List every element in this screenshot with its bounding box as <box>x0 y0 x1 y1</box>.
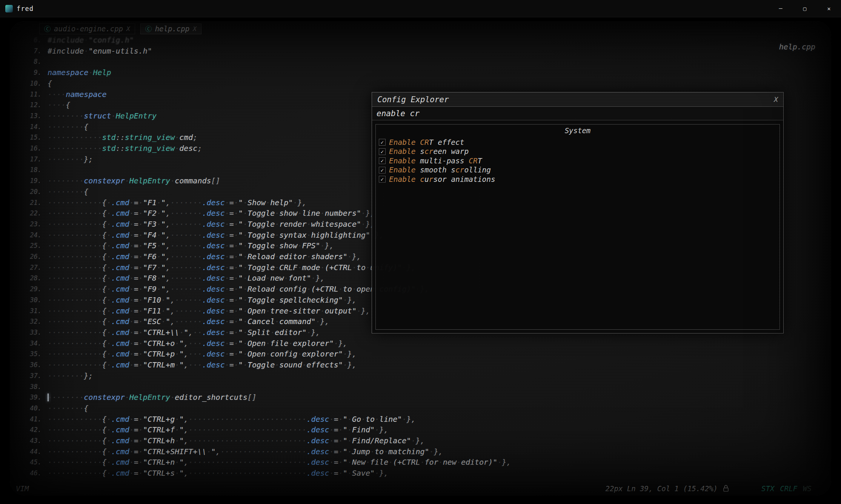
code-line-35[interactable]: 35.············{·.cmd·=·"CTRL+p·",···.de… <box>21 349 831 360</box>
code-line-10[interactable]: 10.{ <box>21 78 831 89</box>
code-line-42[interactable]: 42.············{·.cmd·=·"CTRL+f·",······… <box>21 424 831 435</box>
line-number: 38. <box>21 381 42 392</box>
filename-overlay: help.cpp <box>779 42 815 51</box>
line-number: 37. <box>21 370 42 381</box>
line-number: 44. <box>21 446 42 457</box>
checkbox-checked-icon[interactable]: ✓ <box>379 139 386 146</box>
tab-audio-engine.cpp[interactable]: Caudio-engine.cppX <box>39 23 135 34</box>
status-bar: VIM 22px Ln 39, Col 1 (15.42%) STXCRLFWS <box>10 482 831 493</box>
line-number: 30. <box>21 295 42 306</box>
config-item-label: Enable cursor animations <box>389 175 495 184</box>
config-item[interactable]: ✓Enable screen warp <box>376 147 780 157</box>
checkbox-checked-icon[interactable]: ✓ <box>379 148 386 155</box>
config-items: ✓Enable CRT effect✓Enable screen warp✓En… <box>376 138 780 184</box>
code-line-34[interactable]: 34.············{·.cmd·=·"CTRL+o·",···.de… <box>21 338 831 349</box>
config-item-label: Enable multi-pass CRT <box>389 157 482 165</box>
line-number: 7. <box>21 46 42 57</box>
status-flags: STXCRLFWS <box>761 484 812 493</box>
code-line-8[interactable]: 8. <box>21 56 831 67</box>
code-line-6[interactable]: 6.#include·"config.h" <box>21 35 831 46</box>
line-number: 8. <box>21 56 42 67</box>
config-item[interactable]: ✓Enable smooth scrolling <box>376 166 780 175</box>
status-flag-ws: WS <box>803 484 812 493</box>
line-number: 11. <box>21 89 42 100</box>
code-line-46[interactable]: 46.············{·.cmd·=·"CTRL+s·",······… <box>21 468 831 479</box>
app-icon <box>5 5 13 12</box>
code-line-44[interactable]: 44.············{·.cmd·=·"CTRL+SHIFT+\\·"… <box>21 446 831 457</box>
line-number: 25. <box>21 240 42 251</box>
crt-screen: Caudio-engine.cppXChelp.cppX help.cpp 6.… <box>10 21 831 496</box>
line-number: 29. <box>21 284 42 295</box>
line-number: 23. <box>21 219 42 230</box>
line-number: 22. <box>21 208 42 219</box>
config-item-label: Enable CRT effect <box>389 138 464 147</box>
line-number: 28. <box>21 273 42 284</box>
line-number: 41. <box>21 414 42 425</box>
tab-close-icon[interactable]: X <box>126 25 130 32</box>
code-line-43[interactable]: 43.············{·.cmd·=·"CTRL+h·",······… <box>21 435 831 446</box>
code-line-39[interactable]: 39.········constexpr·HelpEntry·editor_sh… <box>21 392 831 403</box>
code-line-40[interactable]: 40.········{ <box>21 403 831 414</box>
config-section-header: System <box>376 124 780 138</box>
minimize-button[interactable]: ─ <box>769 0 793 17</box>
code-line-36[interactable]: 36.············{·.cmd·=·"CTRL+m·",···.de… <box>21 360 831 370</box>
line-number: 21. <box>21 197 42 208</box>
code-line-37[interactable]: 37.········}; <box>21 370 831 381</box>
line-number: 40. <box>21 403 42 414</box>
checkbox-checked-icon[interactable]: ✓ <box>379 167 386 174</box>
line-number: 16. <box>21 143 42 154</box>
code-line-45[interactable]: 45.············{·.cmd·=·"CTRL+n·",······… <box>21 457 831 468</box>
config-item-label: Enable screen warp <box>389 147 469 156</box>
tab-bar: Caudio-engine.cppXChelp.cppX <box>39 23 201 34</box>
window-title: fred <box>17 5 34 12</box>
crt-bezel: Caudio-engine.cppXChelp.cppX help.cpp 6.… <box>0 17 841 504</box>
line-number: 46. <box>21 468 42 479</box>
code-line-41[interactable]: 41.············{·.cmd·=·"CTRL+g·",······… <box>21 414 831 425</box>
line-number: 27. <box>21 262 42 273</box>
window-controls: ─ ▢ ✕ <box>769 0 841 17</box>
cpp-file-icon: C <box>44 26 51 32</box>
code-line-9[interactable]: 9.namespace·Help <box>21 67 831 78</box>
line-number: 35. <box>21 349 42 360</box>
line-number: 39. <box>21 392 42 403</box>
line-number: 17. <box>21 154 42 165</box>
status-flag-stx: STX <box>761 484 774 493</box>
line-number: 9. <box>21 67 42 78</box>
titlebar: fred ─ ▢ ✕ <box>0 0 841 17</box>
line-number: 34. <box>21 338 42 349</box>
tab-help.cpp[interactable]: Chelp.cppX <box>140 23 201 34</box>
maximize-button[interactable]: ▢ <box>793 0 817 17</box>
vim-mode-indicator: VIM <box>16 484 29 493</box>
config-item[interactable]: ✓Enable multi-pass CRT <box>376 156 780 166</box>
line-number: 13. <box>21 111 42 121</box>
tab-close-icon[interactable]: X <box>193 25 197 32</box>
dialog-header: Config Explorer X <box>372 92 783 107</box>
config-item[interactable]: ✓Enable CRT effect <box>376 138 780 147</box>
line-number: 31. <box>21 306 42 317</box>
dialog-close-button[interactable]: X <box>774 95 778 103</box>
config-item-label: Enable smooth scrolling <box>389 166 491 174</box>
config-item[interactable]: ✓Enable cursor animations <box>376 175 780 184</box>
config-search-input[interactable]: enable cr <box>372 107 783 120</box>
line-number: 33. <box>21 327 42 338</box>
status-flag-crlf: CRLF <box>780 484 797 493</box>
code-line-38[interactable]: 38. <box>21 381 831 392</box>
line-number: 43. <box>21 435 42 446</box>
line-number: 19. <box>21 175 42 186</box>
tab-label: audio-engine.cpp <box>54 25 123 33</box>
line-number: 26. <box>21 251 42 262</box>
line-number: 45. <box>21 457 42 468</box>
checkbox-checked-icon[interactable]: ✓ <box>379 176 386 183</box>
line-number: 32. <box>21 316 42 327</box>
line-number: 14. <box>21 121 42 132</box>
checkbox-checked-icon[interactable]: ✓ <box>379 157 386 164</box>
line-number: 36. <box>21 360 42 370</box>
line-number: 20. <box>21 186 42 197</box>
cursor-position-info: 22px Ln 39, Col 1 (15.42%) <box>606 484 718 493</box>
dialog-title: Config Explorer <box>377 95 449 104</box>
lock-icon <box>723 484 729 492</box>
config-explorer-dialog: Config Explorer X enable cr System ✓Enab… <box>372 92 784 333</box>
line-number: 18. <box>21 164 42 175</box>
close-button[interactable]: ✕ <box>817 0 841 17</box>
code-line-7[interactable]: 7.#include·"enum-utils.h" <box>21 46 831 57</box>
